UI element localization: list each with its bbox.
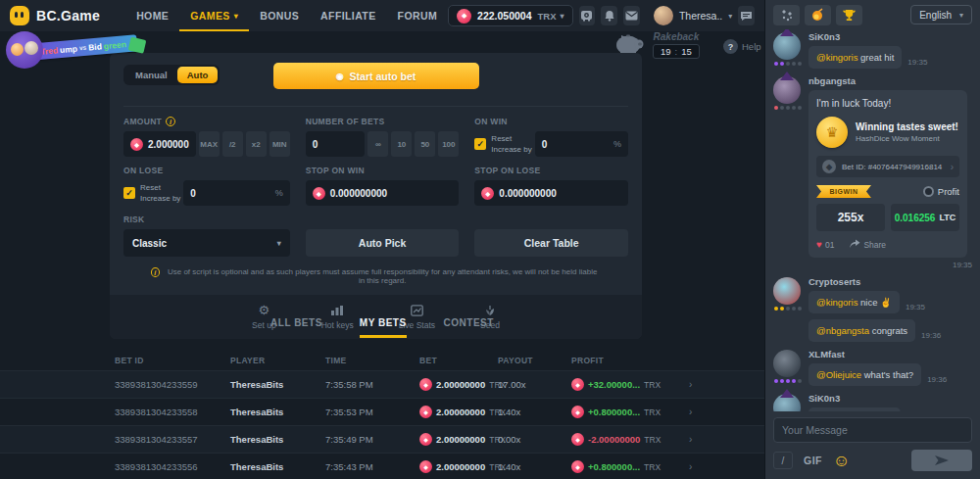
info-icon: i (151, 267, 160, 277)
message-bubble: @nbgangsta great (808, 407, 901, 411)
share-button[interactable]: Share (850, 239, 886, 250)
avatar[interactable] (773, 277, 801, 305)
likes-button[interactable]: ♥01 (816, 239, 834, 250)
fireball-icon (811, 8, 825, 22)
nav-item-games[interactable]: GAMES▾ (179, 0, 249, 31)
trx-coin-icon: ◆ (419, 378, 432, 391)
on-win-reset-checkbox[interactable]: ✓ (474, 138, 486, 150)
chat-toggle-button[interactable] (738, 6, 755, 25)
chat-username[interactable]: XLMfast (808, 349, 972, 359)
brand[interactable]: BC.Game (10, 6, 100, 25)
bets-10-button[interactable]: 10 (391, 131, 412, 157)
main-content: TredumpvsBidgreen Rakeback (0, 31, 764, 479)
infinity-button[interactable]: ∞ (368, 131, 388, 157)
message-time: 19:35 (907, 58, 927, 67)
trx-coin-icon: ◆ (571, 378, 584, 391)
info-icon[interactable]: i (166, 117, 175, 126)
currency-dropdown[interactable]: TRX▾ (538, 11, 564, 22)
avatar[interactable] (773, 394, 801, 411)
nav-item-affiliate[interactable]: AFFILIATE (310, 0, 386, 31)
number-of-bets-input[interactable]: 0 (306, 131, 366, 157)
message-time: 19:35 (808, 261, 972, 269)
auto-tab[interactable]: Auto (177, 67, 219, 83)
balance-selector[interactable]: ◆ 222.050004 TRX▾ (448, 5, 573, 26)
table-row[interactable]: 3389381304233557 TheresaBits 7:35:49 PM … (0, 425, 764, 453)
send-button[interactable] (911, 450, 972, 471)
mention[interactable]: @kingoris (816, 52, 858, 63)
trx-coin-icon: ◆ (130, 138, 143, 151)
on-lose-reset-checkbox[interactable]: ✓ (123, 187, 135, 199)
bet-panel: Manual Auto ◉ Start auto bet AMOUNTi (110, 53, 642, 339)
tab-contest[interactable]: CONTEST (444, 317, 494, 338)
rain-icon (780, 9, 794, 22)
mail-button[interactable] (623, 6, 640, 25)
help-label: Help (742, 41, 761, 52)
avatar[interactable] (773, 32, 801, 60)
bets-100-button[interactable]: 100 (438, 131, 459, 157)
chat-username[interactable]: nbgangsta (808, 75, 972, 86)
max-button[interactable]: MAX (199, 131, 220, 157)
chat-bubble-icon (740, 11, 753, 22)
trx-coin-icon: ◆ (457, 9, 471, 24)
clear-table-button[interactable]: Clear Table (474, 229, 628, 257)
risk-select[interactable]: Classic ▾ (123, 229, 290, 257)
trx-coin-icon: ◆ (313, 187, 325, 200)
trophy-button[interactable] (836, 5, 862, 25)
trx-coin-icon: ◆ (571, 406, 584, 418)
vault-button[interactable] (579, 6, 596, 25)
message-time: 19:35 (906, 303, 925, 311)
promo-banner[interactable]: TredumpvsBidgreen (6, 31, 143, 71)
avatar[interactable] (773, 76, 801, 104)
mention[interactable]: @Oliejuice (816, 369, 861, 380)
tab-my-bets[interactable]: MY BETS (360, 317, 407, 338)
min-button[interactable]: MIN (270, 131, 290, 157)
auto-pick-button[interactable]: Auto Pick (306, 229, 460, 257)
on-lose-input[interactable]: 0% (183, 180, 289, 206)
chat-message: SiK0n3 @nbgangsta great19:36 (773, 393, 972, 411)
fireball-button[interactable] (805, 5, 831, 25)
chat-input[interactable] (773, 417, 972, 443)
amount-input[interactable]: ◆ 2.000000 (123, 131, 196, 157)
start-auto-bet-button[interactable]: ◉ Start auto bet (273, 63, 479, 89)
chat-toolbar: / GIF ☺ (765, 448, 980, 479)
stop-on-win-input[interactable]: ◆ 0.000000000 (306, 180, 460, 206)
mention[interactable]: @nbgangsta (816, 325, 869, 336)
help-widget[interactable]: ? Help (723, 39, 761, 54)
table-row[interactable]: 3389381304233559 TheresaBits 7:35:58 PM … (0, 370, 764, 398)
percent-suffix: % (613, 139, 621, 149)
chat-username[interactable]: SiK0n3 (808, 31, 972, 42)
stop-on-lose-label: STOP ON LOSE (474, 166, 540, 175)
stop-on-lose-input[interactable]: ◆ 0.000000000 (474, 180, 628, 206)
chat-username[interactable]: SiK0n3 (808, 393, 972, 404)
user-menu[interactable]: Theresa.. ▾ (654, 6, 732, 25)
avatar[interactable] (773, 350, 801, 377)
bet-id-row[interactable]: ◆ Bet ID: #4076447949916814 › (816, 156, 959, 177)
nav-item-bonus[interactable]: BONUS (249, 0, 310, 31)
gif-button[interactable]: GIF (804, 455, 822, 466)
smiley-emoji-button[interactable]: ☺ (833, 453, 850, 469)
win-card[interactable]: ♛ Winning tastes sweet! HashDice Wow Mom… (816, 117, 959, 250)
slash-command-button[interactable]: / (773, 452, 793, 469)
trophy-icon (842, 9, 857, 22)
nav-item-forum[interactable]: FORUM (387, 0, 449, 31)
nav-item-home[interactable]: HOME (125, 0, 179, 31)
tab-all-bets[interactable]: ALL BETS (270, 317, 322, 338)
table-row[interactable]: 3389381304233558 TheresaBits 7:35:53 PM … (0, 398, 764, 425)
mention[interactable]: @kingoris (816, 297, 858, 308)
chat-username[interactable]: Cryptoserts (808, 276, 972, 287)
nav-menu: HOME GAMES▾ BONUS AFFILIATE FORUM (125, 0, 448, 31)
half-button[interactable]: /2 (222, 131, 243, 157)
on-lose-label: ON LOSE (123, 166, 163, 175)
bets-50-button[interactable]: 50 (415, 131, 435, 157)
language-select[interactable]: English ▾ (910, 5, 972, 24)
win-card-title: Winning tastes sweet! (856, 121, 958, 132)
rain-button[interactable] (773, 5, 800, 25)
trx-coin-icon: ◆ (419, 460, 432, 473)
on-win-input[interactable]: 0% (535, 131, 628, 157)
win-card-subtitle: HashDice Wow Moment (856, 134, 958, 143)
notifications-button[interactable] (601, 6, 617, 25)
table-row[interactable]: 3389381304233556 TheresaBits 7:35:43 PM … (0, 453, 764, 479)
vault-icon (580, 10, 593, 22)
message-bubble: @Oliejuice what's that? (808, 363, 921, 386)
double-button[interactable]: x2 (246, 131, 267, 157)
